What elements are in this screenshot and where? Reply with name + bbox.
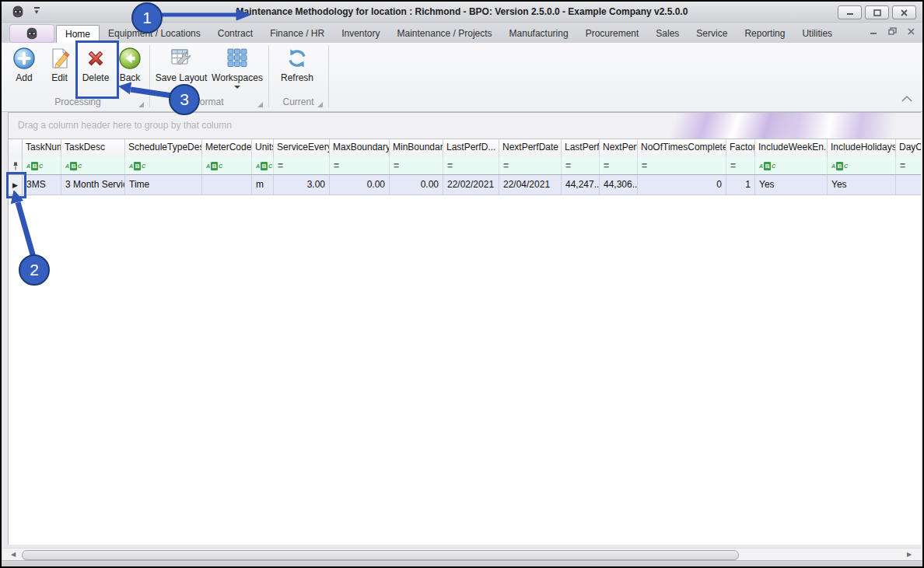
column-header-lastperf[interactable]: LastPerf <box>562 139 600 157</box>
tab-maintenance-projects[interactable]: Maintenance / Projects <box>389 25 501 43</box>
tab-inventory[interactable]: Inventory <box>333 25 388 43</box>
group-by-panel[interactable]: Drag a column header here to group by th… <box>9 113 921 138</box>
cell-scheduletypedesc[interactable]: Time <box>125 175 202 195</box>
column-header-factor[interactable]: Factor <box>726 139 755 157</box>
column-header-dayof[interactable]: DayOf <box>896 139 921 157</box>
application-menu-button[interactable] <box>9 24 54 43</box>
workspaces-button[interactable]: Workspaces <box>210 46 264 89</box>
tab-service[interactable]: Service <box>688 25 736 43</box>
filter-cell-maxboundary[interactable]: = <box>330 157 390 174</box>
group-panel-hint: Drag a column header here to group by th… <box>18 113 232 138</box>
dialog-launcher-icon[interactable] <box>317 102 323 107</box>
cell-taskdesc[interactable]: 3 Month Service <box>61 175 125 195</box>
column-header-lastperfd[interactable]: LastPerfD... <box>443 139 499 157</box>
column-header-serviceevery[interactable]: ServiceEvery <box>274 139 330 157</box>
cell-metercode[interactable] <box>202 175 252 195</box>
filter-cell-tasknum[interactable]: ABC <box>23 157 61 174</box>
filter-cell-includeweeken[interactable]: ABC <box>755 157 828 174</box>
filter-cell-nooftimescompleted[interactable]: = <box>638 157 726 174</box>
tab-procurement[interactable]: Procurement <box>577 25 648 43</box>
cell-nextperf[interactable]: 44,306... <box>600 175 638 195</box>
save-layout-button[interactable]: Save Layout <box>154 46 208 83</box>
cell-includeweeken[interactable]: Yes <box>755 175 828 195</box>
tab-contract[interactable]: Contract <box>209 25 261 43</box>
text-filter-icon: ABC <box>831 162 848 170</box>
cell-lastperf[interactable]: 44,247... <box>562 175 600 195</box>
app-logo-icon <box>25 26 39 40</box>
column-header-nextperf[interactable]: NextPerf <box>600 139 638 157</box>
filter-cell-factor[interactable]: = <box>726 157 755 174</box>
cell-maxboundary[interactable]: 0.00 <box>330 175 390 195</box>
add-button[interactable]: Add <box>8 46 40 83</box>
text-filter-icon: ABC <box>26 162 43 170</box>
column-header-tasknum[interactable]: TaskNum <box>23 139 61 157</box>
column-header-minboundary[interactable]: MinBoundary <box>390 139 443 157</box>
scrollbar-thumb[interactable] <box>22 550 739 560</box>
equals-filter-icon: = <box>394 160 399 171</box>
filter-cell-lastperf[interactable]: = <box>562 157 600 174</box>
column-header-includeholidays[interactable]: IncludeHolidays <box>828 139 896 157</box>
application-window: ▼ Maintenance Methodology for location :… <box>0 0 924 568</box>
cell-tasknum[interactable]: 3MS <box>23 175 61 195</box>
cell-serviceevery[interactable]: 3.00 <box>274 175 330 195</box>
mdi-restore-icon[interactable] <box>888 27 897 35</box>
close-button[interactable] <box>892 5 916 19</box>
column-header-metercode[interactable]: MeterCode <box>202 139 252 157</box>
equals-filter-icon: = <box>503 160 509 171</box>
text-filter-icon: ABC <box>256 162 272 170</box>
tab-finance-hr[interactable]: Finance / HR <box>261 25 333 43</box>
maximize-button[interactable] <box>865 5 889 19</box>
tab-reporting[interactable]: Reporting <box>736 25 793 43</box>
filter-cell-minboundary[interactable]: = <box>390 157 443 174</box>
column-header-nooftimescompleted[interactable]: NoOfTimesCompleted <box>638 139 726 157</box>
dialog-launcher-icon[interactable] <box>138 102 144 107</box>
status-strip <box>2 560 922 568</box>
mdi-minimize-icon[interactable] <box>870 28 877 35</box>
cell-dayof[interactable] <box>896 175 921 195</box>
filter-cell-metercode[interactable]: ABC <box>202 157 252 174</box>
scroll-right-icon[interactable]: ▶ <box>907 552 913 558</box>
grid-filter-row: ABCABCABCABCABC=========ABCABC= <box>9 157 921 175</box>
tab-manufacturing[interactable]: Manufacturing <box>501 25 577 43</box>
column-header-maxboundary[interactable]: MaxBoundary <box>330 139 390 157</box>
column-header-includeweeken[interactable]: IncludeWeekEn... <box>755 139 828 157</box>
filter-cell-scheduletypedesc[interactable]: ABC <box>125 157 202 174</box>
workspaces-dropdown-icon[interactable] <box>234 86 240 89</box>
filter-cell-includeholidays[interactable]: ABC <box>828 157 896 174</box>
dialog-launcher-icon[interactable] <box>257 102 263 107</box>
filter-cell-taskdesc[interactable]: ABC <box>61 157 125 174</box>
column-header-taskdesc[interactable]: TaskDesc <box>61 139 125 157</box>
equals-filter-icon: = <box>565 160 571 171</box>
column-header-scheduletypedesc[interactable]: ScheduleTypeDesc <box>125 139 202 157</box>
cell-nextperfdate[interactable]: 22/04/2021 <box>499 175 562 195</box>
scroll-left-icon[interactable]: ◀ <box>11 552 17 558</box>
header-indicator-cell <box>9 139 23 157</box>
cell-nooftimescompleted[interactable]: 0 <box>638 175 726 195</box>
cell-units[interactable]: m <box>252 175 274 195</box>
filter-cell-units[interactable]: ABC <box>252 157 274 174</box>
collapse-ribbon-icon[interactable] <box>901 94 913 103</box>
annotation-1: 1 <box>131 2 163 33</box>
filter-cell-serviceevery[interactable]: = <box>274 157 330 174</box>
annotation-2: 2 <box>19 254 50 286</box>
refresh-button[interactable]: Refresh <box>273 46 321 83</box>
filter-cell-dayof[interactable]: = <box>896 157 921 174</box>
filter-cell-lastperfd[interactable]: = <box>443 157 499 174</box>
cell-lastperfd[interactable]: 22/02/2021 <box>443 175 499 195</box>
row-selector-highlight-box <box>6 172 26 198</box>
mdi-close-icon[interactable] <box>908 28 915 35</box>
cell-factor[interactable]: 1 <box>726 175 755 195</box>
column-header-units[interactable]: Units <box>252 139 274 157</box>
filter-cell-nextperfdate[interactable]: = <box>499 157 562 174</box>
grid-data-row[interactable]: ▶ 3MS3 Month ServiceTimem3.000.000.0022/… <box>9 175 921 195</box>
horizontal-scrollbar[interactable]: ◀ ▶ <box>3 548 921 561</box>
minimize-button[interactable] <box>838 5 862 19</box>
edit-button[interactable]: Edit <box>43 46 76 83</box>
tab-utilities[interactable]: Utilities <box>793 25 841 43</box>
filter-cell-nextperf[interactable]: = <box>600 157 638 174</box>
cell-minboundary[interactable]: 0.00 <box>390 175 443 195</box>
column-header-nextperfdate[interactable]: NextPerfDate <box>499 139 562 157</box>
tab-sales[interactable]: Sales <box>647 25 688 43</box>
equals-filter-icon: = <box>642 160 647 171</box>
cell-includeholidays[interactable]: Yes <box>828 175 896 195</box>
